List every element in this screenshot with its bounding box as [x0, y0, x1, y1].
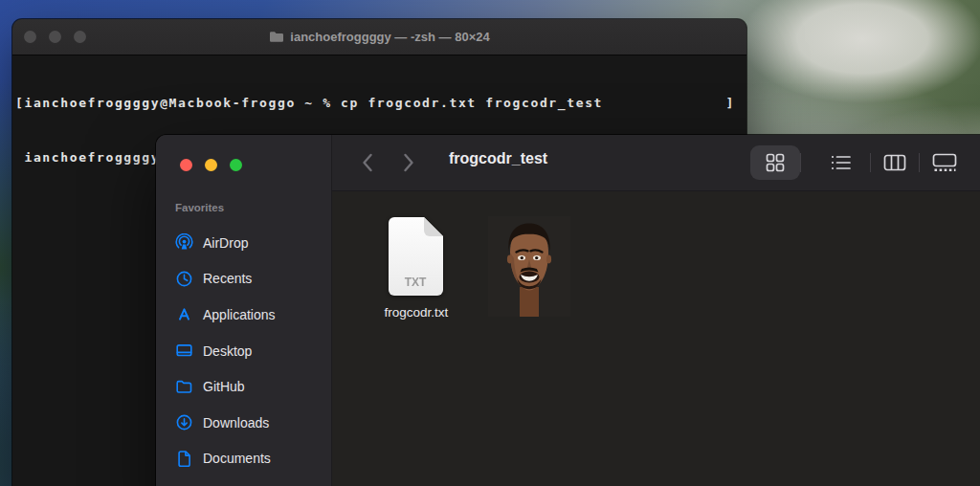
sidebar-item-downloads[interactable]: Downloads — [156, 405, 331, 441]
sidebar-item-airdrop[interactable]: AirDrop — [156, 225, 331, 261]
terminal-titlebar: ianchoefroggggy — -zsh — 80×24 — [12, 19, 746, 55]
chevron-right-icon[interactable] — [402, 151, 415, 174]
terminal-window-title: ianchoefroggggy — -zsh — 80×24 — [269, 30, 489, 44]
icon-view-button[interactable] — [750, 145, 800, 180]
column-view-button[interactable] — [871, 145, 919, 180]
text-file-icon: TXT — [387, 216, 446, 297]
close-button[interactable] — [24, 31, 36, 43]
clock-icon — [175, 270, 193, 288]
sidebar-item-recents[interactable]: Recents — [156, 261, 331, 298]
minimize-button[interactable] — [205, 159, 217, 171]
sidebar-item-desktop[interactable]: Desktop — [156, 333, 331, 369]
sidebar-item-label: Desktop — [203, 343, 252, 359]
sidebar-section-favorites: Favorites — [175, 202, 224, 213]
sidebar-items: AirDrop Recents Applications — [156, 225, 331, 476]
list-view-button[interactable] — [813, 145, 870, 180]
terminal-traffic-lights — [24, 31, 86, 43]
finder-sidebar: Favorites AirDrop Recents — [156, 135, 332, 486]
navigation-buttons — [361, 151, 415, 174]
gallery-view-button[interactable] — [920, 145, 969, 180]
sidebar-item-documents[interactable]: Documents — [156, 441, 331, 477]
zoom-button[interactable] — [230, 159, 242, 171]
document-icon — [175, 450, 193, 468]
grid-view-icon — [765, 152, 786, 173]
folder-icon — [269, 31, 284, 43]
minimize-button[interactable] — [49, 31, 61, 43]
sidebar-item-github[interactable]: GitHub — [156, 368, 331, 405]
file-image-thumbnail[interactable] — [488, 216, 570, 317]
list-view-icon — [830, 153, 853, 172]
sidebar-item-applications[interactable]: Applications — [156, 297, 331, 333]
sidebar-item-label: Recents — [203, 271, 252, 286]
view-switcher — [750, 145, 969, 180]
finder-window: Favorites AirDrop Recents — [156, 135, 980, 486]
airdrop-icon — [175, 233, 193, 252]
finder-toolbar: frogcodr_test — [332, 135, 980, 191]
txt-badge: TXT — [405, 276, 427, 289]
terminal-command-text: [ianchoefroggggy@Macbook-froggo ~ % cp f… — [15, 95, 603, 113]
finder-traffic-lights — [180, 159, 242, 171]
desktop-icon — [175, 342, 193, 360]
terminal-mark-bracket: ] — [726, 95, 735, 113]
sidebar-item-label: AirDrop — [203, 235, 248, 251]
sidebar-item-label: Downloads — [203, 415, 269, 431]
finder-window-title: frogcodr_test — [449, 150, 547, 167]
column-view-icon — [883, 153, 906, 172]
gallery-view-icon — [932, 153, 957, 172]
folder-icon — [175, 378, 193, 396]
chevron-left-icon[interactable] — [361, 151, 374, 174]
sidebar-item-label: Applications — [203, 307, 276, 322]
file-frogcodr-txt[interactable]: TXT frogcodr.txt — [368, 216, 464, 320]
portrait-photo-thumbnail — [488, 216, 570, 317]
toolbar-separator — [800, 153, 801, 172]
app-store-icon — [175, 305, 193, 323]
terminal-title-text: ianchoefroggggy — -zsh — 80×24 — [290, 30, 489, 44]
download-circle-icon — [175, 413, 193, 431]
sidebar-item-label: GitHub — [203, 379, 245, 394]
sidebar-item-label: Documents — [203, 451, 271, 466]
terminal-line-1: [ianchoefroggggy@Macbook-froggo ~ % cp f… — [15, 95, 735, 113]
finder-content-area: TXT frogcodr.txt — [332, 191, 980, 486]
close-button[interactable] — [180, 159, 192, 171]
file-name-label: frogcodr.txt — [385, 305, 449, 320]
zoom-button[interactable] — [74, 31, 86, 43]
